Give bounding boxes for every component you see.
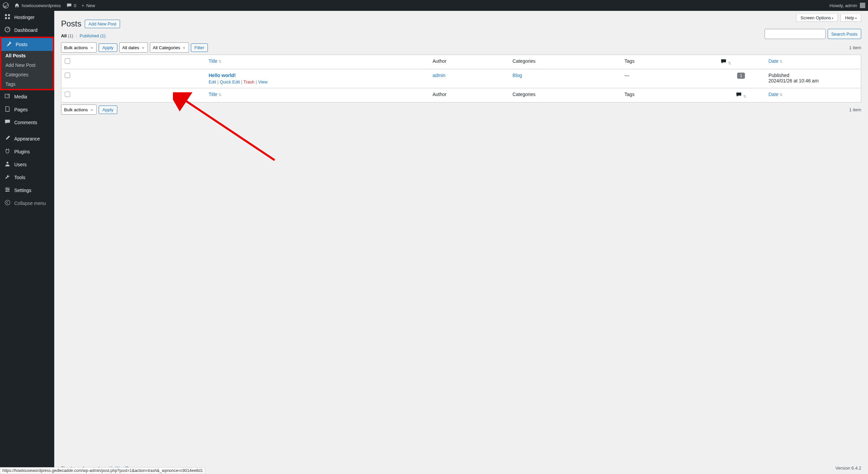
sliders-icon — [4, 187, 11, 194]
col-title[interactable]: Title — [209, 58, 221, 64]
submenu-add-new[interactable]: Add New Post — [1, 60, 53, 70]
col-comments-foot[interactable]: ⇅ — [717, 88, 765, 102]
menu-tools[interactable]: Tools — [0, 171, 54, 184]
comment-count-bubble[interactable]: 1 — [737, 73, 745, 79]
collapse-icon — [4, 200, 11, 207]
menu-plugins[interactable]: Plugins — [0, 145, 54, 158]
status-bar-url: https://howtousewordpress.gedlecadde.com… — [0, 467, 205, 474]
page-icon — [4, 106, 11, 113]
col-tags: Tags — [621, 55, 717, 69]
admin-toolbar: howtousewordpress 0 + New Howdy, admin — [0, 0, 868, 11]
bulk-actions-select-top[interactable]: Bulk actions — [61, 42, 97, 53]
posts-submenu: All Posts Add New Post Categories Tags — [1, 51, 53, 89]
menu-label: Hostinger — [14, 15, 35, 20]
menu-hostinger[interactable]: Hostinger — [0, 11, 54, 24]
action-quick-edit[interactable]: Quick Edit — [220, 79, 240, 84]
col-categories: Categories — [509, 55, 621, 69]
item-count-bottom: 1 item — [849, 107, 861, 112]
select-all-top[interactable] — [65, 58, 70, 64]
media-icon — [4, 93, 11, 100]
submenu-categories[interactable]: Categories — [1, 70, 53, 79]
menu-label: Collapse menu — [14, 201, 46, 206]
user-menu[interactable]: Howdy, admin — [830, 3, 865, 8]
apply-button-top[interactable]: Apply — [99, 43, 117, 52]
menu-posts[interactable]: Posts — [1, 38, 53, 51]
annotation-arrow — [173, 92, 285, 167]
submenu-all-posts[interactable]: All Posts — [1, 51, 53, 60]
action-trash[interactable]: Trash — [243, 79, 255, 84]
menu-label: Media — [14, 94, 27, 99]
posts-table: Title Author Categories Tags ⇅ Date Hell… — [61, 55, 861, 102]
menu-label: Users — [14, 162, 27, 167]
new-label: New — [86, 3, 95, 8]
screen-options-tab[interactable]: Screen Options — [796, 14, 838, 22]
search-input[interactable] — [765, 29, 826, 39]
svg-point-7 — [6, 191, 7, 192]
site-name: howtousewordpress — [22, 3, 61, 8]
menu-label: Comments — [14, 120, 37, 125]
pin-icon — [5, 41, 12, 48]
wrench-icon — [4, 174, 11, 181]
comments-count: 0 — [74, 3, 76, 8]
menu-label: Posts — [16, 42, 27, 47]
menu-label: Dashboard — [14, 27, 38, 33]
submenu-tags[interactable]: Tags — [1, 79, 53, 89]
comments-link[interactable]: 0 — [66, 3, 76, 8]
comment-column-icon — [736, 92, 742, 98]
date-filter-select[interactable]: All dates — [119, 42, 148, 53]
greeting: Howdy, admin — [830, 3, 857, 8]
post-title-link[interactable]: Hello world! — [209, 73, 236, 78]
plus-icon: + — [82, 3, 84, 8]
collapse-menu[interactable]: Collapse menu — [0, 197, 54, 210]
menu-pages[interactable]: Pages — [0, 103, 54, 116]
col-comments[interactable]: ⇅ — [717, 55, 765, 69]
post-date-value: 2024/01/26 at 10:46 am — [768, 78, 818, 83]
dashboard-icon — [4, 26, 11, 34]
select-all-bottom[interactable] — [65, 92, 70, 97]
col-categories-foot: Categories — [509, 88, 621, 102]
action-view[interactable]: View — [258, 79, 268, 84]
category-filter-select[interactable]: All Categories — [150, 42, 189, 53]
apply-button-bottom[interactable]: Apply — [99, 106, 117, 114]
filter-button[interactable]: Filter — [191, 43, 208, 52]
post-tags: — — [621, 69, 717, 88]
menu-dashboard[interactable]: Dashboard — [0, 24, 54, 37]
view-all[interactable]: All (1) — [61, 33, 73, 38]
site-name-link[interactable]: howtousewordpress — [14, 3, 61, 8]
menu-appearance[interactable]: Appearance — [0, 132, 54, 145]
annotation-highlight: Posts All Posts Add New Post Categories … — [0, 37, 54, 90]
help-tab[interactable]: Help — [841, 14, 861, 22]
menu-label: Plugins — [14, 149, 30, 154]
action-edit[interactable]: Edit — [209, 79, 216, 84]
search-posts-button[interactable]: Search Posts — [828, 29, 861, 39]
comment-icon — [66, 3, 72, 8]
post-category-link[interactable]: Blog — [513, 73, 522, 78]
svg-point-5 — [6, 188, 7, 189]
col-title-foot[interactable]: Title — [209, 92, 221, 97]
menu-users[interactable]: Users — [0, 158, 54, 171]
svg-point-4 — [6, 162, 8, 164]
bulk-actions-select-bottom[interactable]: Bulk actions — [61, 105, 97, 115]
add-new-post-button[interactable]: Add New Post — [85, 20, 120, 28]
wp-logo[interactable] — [3, 2, 9, 8]
col-date-foot[interactable]: Date — [768, 92, 783, 97]
admin-sidebar: Hostinger Dashboard Posts All Posts Add … — [0, 11, 54, 474]
table-row: Hello world! Edit | Quick Edit | Trash |… — [61, 69, 861, 88]
user-icon — [4, 161, 11, 168]
post-author-link[interactable]: admin — [433, 73, 446, 78]
col-date[interactable]: Date — [768, 58, 783, 64]
view-published[interactable]: Published (1) — [80, 33, 106, 38]
version-text: Version 6.4.2 — [835, 466, 861, 471]
main-content: Screen Options Help Posts Add New Post A… — [54, 11, 868, 474]
home-icon — [14, 3, 20, 8]
menu-comments[interactable]: Comments — [0, 116, 54, 129]
row-checkbox[interactable] — [65, 73, 70, 78]
col-author: Author — [429, 55, 509, 69]
svg-point-6 — [8, 189, 9, 190]
menu-media[interactable]: Media — [0, 90, 54, 103]
menu-label: Settings — [14, 188, 32, 193]
col-author-foot: Author — [429, 88, 509, 102]
new-link[interactable]: + New — [82, 3, 95, 8]
row-actions: Edit | Quick Edit | Trash | View — [209, 79, 426, 84]
menu-settings[interactable]: Settings — [0, 184, 54, 197]
